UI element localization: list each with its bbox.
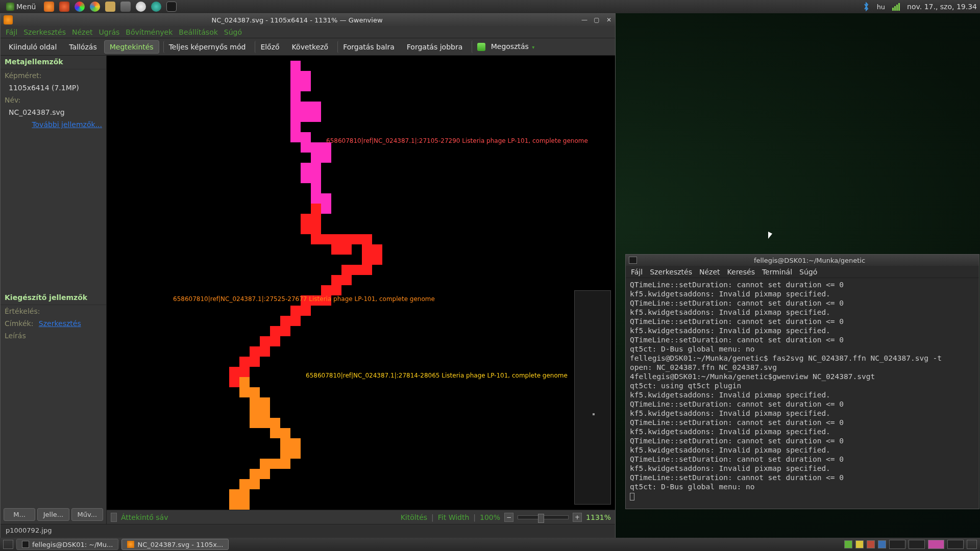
btn-prev[interactable]: Előző: [255, 41, 284, 53]
network-icon[interactable]: [892, 3, 900, 11]
menu-help[interactable]: Súgó: [224, 28, 242, 36]
tray-button[interactable]: [967, 540, 977, 549]
app-icon-1[interactable]: [59, 2, 69, 12]
genome-pixel: [362, 234, 372, 244]
workspace-1[interactable]: [844, 540, 852, 548]
genome-pixel: [352, 265, 362, 275]
terminal-app-icon: [629, 257, 637, 264]
genome-pixel: [239, 387, 250, 397]
genome-pixel: [239, 499, 250, 510]
fit-width[interactable]: Fit Width: [438, 513, 470, 521]
zoom-slider[interactable]: [518, 515, 569, 519]
keyboard-layout[interactable]: hu: [877, 3, 885, 11]
minimize-button[interactable]: —: [580, 16, 589, 23]
term-menu-search[interactable]: Keresés: [727, 268, 755, 276]
zoom-level: 1131%: [586, 513, 611, 521]
zoom-100[interactable]: 100%: [480, 513, 500, 521]
genome-pixel: [290, 132, 301, 142]
task2-label: NC_024387.svg - 1105x...: [137, 541, 223, 548]
term-menu-help[interactable]: Súgó: [799, 268, 817, 276]
menu-settings[interactable]: Beállítások: [179, 28, 218, 36]
firefox-icon[interactable]: [44, 2, 54, 12]
bluetooth-icon[interactable]: [863, 2, 870, 12]
menu-button[interactable]: Menü: [3, 3, 39, 11]
clock[interactable]: nov. 17., szo, 19.34: [907, 3, 977, 11]
term-menu-file[interactable]: Fájl: [631, 268, 643, 276]
genome-pixel: [301, 306, 311, 316]
image-canvas[interactable]: 658607810|ref|NC_024387.1|:27105-27290 L…: [107, 56, 615, 510]
genome-pixel: [280, 459, 290, 469]
menu-go[interactable]: Ugrás: [99, 28, 120, 36]
extra-heading: Kiegészítő jellemzők: [1, 291, 106, 305]
term-menu-edit[interactable]: Szerkesztés: [650, 268, 692, 276]
genome-pixel: [280, 448, 290, 459]
more-props-link[interactable]: További jellemzők...: [32, 120, 102, 129]
genome-pixel: [311, 142, 321, 153]
workspace-2[interactable]: [855, 540, 864, 548]
terminal-body[interactable]: QTimeLine::setDuration: cannot set durat…: [626, 278, 979, 509]
gwenview-titlebar[interactable]: NC_024387.svg - 1105x6414 - 1131% — Gwen…: [1, 14, 615, 26]
thumbnail-strip[interactable]: p1000792.jpg: [1, 524, 615, 538]
minimap[interactable]: [574, 290, 611, 505]
show-desktop-button[interactable]: [3, 540, 13, 549]
menu-plugins[interactable]: Bővítmények: [126, 28, 173, 36]
terminal-icon[interactable]: [166, 2, 177, 12]
menu-view[interactable]: Nézet: [72, 28, 93, 36]
btn-fullscreen[interactable]: Teljes képernyős mód: [163, 41, 251, 53]
fit-fill[interactable]: Kitöltés: [401, 513, 427, 521]
app-icon-6[interactable]: [151, 2, 161, 12]
taskbar: fellegis@DSK01: ~/Mu... NC_024387.svg - …: [0, 538, 980, 551]
btn-rotate-right[interactable]: Forgatás jobbra: [402, 41, 468, 53]
gwenview-app-icon: [4, 15, 13, 24]
genome-pixel: [250, 357, 260, 367]
sidebar-tab-1[interactable]: Jelle...: [37, 508, 69, 521]
app-icon-2[interactable]: [75, 2, 85, 12]
app-icon-4[interactable]: [120, 2, 131, 12]
term-menu-term[interactable]: Terminál: [762, 268, 792, 276]
thumbnail-bar-toggle[interactable]: Áttekintő sáv: [121, 513, 168, 521]
chrome-icon[interactable]: [90, 2, 100, 12]
taskbar-task-gwenview[interactable]: NC_024387.svg - 1105x...: [121, 539, 229, 550]
genome-pixel: [341, 234, 352, 244]
zoom-in-button[interactable]: +: [573, 513, 582, 522]
btn-start[interactable]: Kiinduló oldal: [4, 41, 62, 53]
btn-view[interactable]: Megtekintés: [104, 40, 159, 54]
pager-1[interactable]: [889, 540, 905, 549]
taskbar-task-terminal[interactable]: fellegis@DSK01: ~/Mu...: [16, 539, 118, 550]
maximize-button[interactable]: ▢: [592, 16, 601, 23]
app-icon-5[interactable]: [136, 2, 146, 12]
genome-pixel: [301, 81, 311, 91]
gwenview-toolbar: Kiinduló oldal Tallózás Megtekintés Telj…: [1, 38, 615, 56]
genome-pixel: [270, 336, 280, 346]
menu-file[interactable]: Fájl: [6, 28, 17, 36]
size-value: 1105x6414 (7.1MP): [5, 84, 79, 92]
genome-pixel: [290, 122, 301, 132]
menu-edit[interactable]: Szerkesztés: [23, 28, 66, 36]
sidebar-tab-2[interactable]: Műv...: [71, 508, 103, 521]
gwenview-sidebar: Metajellemzők Képméret: 1105x6414 (7.1MP…: [1, 56, 107, 524]
genome-pixel: [290, 61, 301, 71]
tags-edit-link[interactable]: Szerkesztés: [39, 319, 81, 328]
genome-pixel: [311, 112, 321, 122]
app-icon-3[interactable]: [105, 2, 115, 12]
genome-pixel: [301, 132, 311, 142]
workspace-3[interactable]: [867, 540, 875, 548]
btn-browse[interactable]: Tallózás: [64, 41, 102, 53]
genome-pixel: [229, 367, 239, 377]
term-menu-view[interactable]: Nézet: [699, 268, 720, 276]
btn-share[interactable]: Megosztás ▾: [472, 40, 540, 53]
thumb-slider[interactable]: [111, 513, 117, 522]
terminal-titlebar[interactable]: fellegis@DSK01:~/Munka/genetic: [626, 255, 979, 266]
pager-3[interactable]: [928, 540, 944, 549]
image-viewer[interactable]: 658607810|ref|NC_024387.1|:27105-27290 L…: [107, 56, 615, 524]
btn-next[interactable]: Következő: [287, 41, 334, 53]
workspace-4[interactable]: [878, 540, 886, 548]
genome-pixel: [260, 397, 270, 408]
pager-2[interactable]: [909, 540, 925, 549]
pager-4[interactable]: [947, 540, 964, 549]
close-button[interactable]: ✕: [604, 16, 614, 23]
genome-pixel: [331, 234, 341, 244]
btn-rotate-left[interactable]: Forgatás balra: [337, 41, 400, 53]
zoom-out-button[interactable]: −: [504, 513, 513, 522]
sidebar-tab-0[interactable]: M...: [4, 508, 35, 521]
